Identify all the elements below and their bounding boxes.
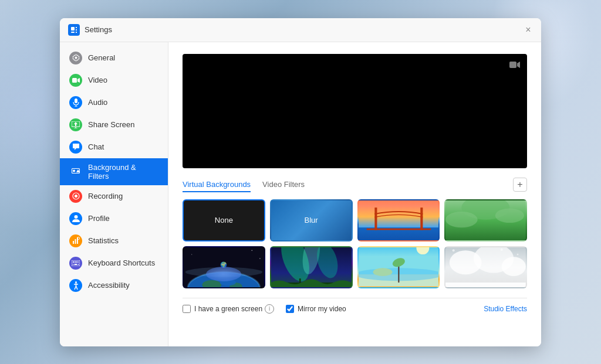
svg-point-20 [74, 215, 77, 219]
tabs-row: Virtual Backgrounds Video Filters + [183, 178, 527, 192]
backgrounds-grid: None Blur [183, 199, 527, 288]
bg-tile-none[interactable]: None [183, 199, 265, 241]
sidebar-item-background-filters[interactable]: Background & Filters [60, 158, 168, 185]
bg-tile-beach[interactable] [357, 246, 440, 288]
sidebar-label-bg-filters: Background & Filters [88, 163, 158, 181]
add-background-button[interactable]: + [513, 178, 527, 192]
sidebar-label-audio: Audio [88, 98, 107, 107]
svg-point-47 [445, 211, 478, 227]
svg-point-89 [453, 249, 455, 251]
sidebar-label-share: Share Screen [88, 120, 135, 129]
svg-rect-0 [71, 27, 75, 30]
svg-rect-38 [509, 62, 516, 68]
sidebar-item-video[interactable]: Video [60, 69, 168, 91]
svg-rect-28 [76, 261, 77, 263]
svg-point-58 [259, 258, 260, 258]
svg-rect-30 [73, 264, 73, 265]
bg-tile-snow[interactable] [444, 246, 527, 288]
sidebar-item-keyboard-shortcuts[interactable]: Keyboard Shortcuts [60, 252, 168, 274]
green-screen-checkbox[interactable] [183, 305, 191, 313]
svg-point-87 [502, 257, 526, 276]
svg-point-64 [185, 267, 262, 277]
sidebar-item-chat[interactable]: Chat [60, 136, 168, 158]
chat-icon [69, 141, 82, 154]
window-title: Settings [85, 25, 524, 34]
titlebar: Settings × [60, 18, 541, 42]
svg-rect-75 [299, 278, 301, 283]
svg-point-48 [495, 208, 524, 223]
sidebar-label-statistics: Statistics [88, 236, 119, 245]
sidebar-item-statistics[interactable]: Statistics [60, 230, 168, 252]
bottom-options: I have a green screen i Mirror my video … [183, 298, 527, 314]
sidebar-item-general[interactable]: General [60, 47, 168, 69]
sidebar-label-profile: Profile [88, 214, 110, 223]
svg-rect-8 [75, 98, 77, 103]
svg-rect-31 [75, 264, 77, 265]
svg-marker-14 [74, 122, 77, 126]
green-screen-option[interactable]: I have a green screen [183, 305, 262, 313]
sidebar-item-accessibility[interactable]: Accessibility [60, 274, 168, 297]
content-area: General Video [60, 42, 541, 346]
svg-text:🌍: 🌍 [220, 261, 227, 268]
profile-icon [69, 212, 82, 225]
settings-window: Settings × General [60, 18, 541, 346]
tab-video-filters[interactable]: Video Filters [262, 178, 305, 192]
svg-point-91 [501, 248, 503, 250]
bg-tile-green[interactable] [444, 199, 527, 241]
svg-point-92 [517, 253, 519, 255]
keyboard-icon [69, 257, 82, 270]
svg-rect-26 [73, 261, 74, 263]
svg-point-19 [75, 195, 77, 198]
accessibility-icon [69, 279, 82, 292]
main-content: Virtual Backgrounds Video Filters + None… [168, 42, 541, 346]
svg-rect-27 [75, 261, 76, 263]
bg-tile-blur-label: Blur [305, 216, 318, 224]
bg-tile-space[interactable]: 🌍 [183, 246, 265, 288]
sidebar-label-keyboard: Keyboard Shortcuts [88, 258, 155, 267]
svg-rect-6 [72, 78, 77, 83]
close-button[interactable]: × [524, 25, 533, 35]
svg-marker-7 [77, 78, 80, 83]
bg-tile-blur[interactable]: Blur [270, 199, 353, 241]
video-preview [183, 54, 527, 168]
bg-tile-golden-gate[interactable] [357, 199, 440, 241]
sidebar-item-profile[interactable]: Profile [60, 207, 168, 230]
statistics-icon [69, 234, 82, 247]
svg-rect-42 [374, 207, 377, 230]
svg-point-56 [252, 250, 252, 250]
svg-rect-1 [76, 27, 77, 28]
sidebar-label-recording: Recording [88, 192, 123, 200]
svg-rect-40 [359, 200, 439, 227]
sidebar-item-share-screen[interactable]: Share Screen [60, 114, 168, 136]
svg-point-63 [220, 279, 236, 285]
audio-icon [69, 96, 82, 109]
mirror-checkbox[interactable] [286, 305, 294, 313]
svg-rect-25 [72, 260, 80, 266]
svg-line-37 [76, 286, 77, 290]
svg-rect-4 [76, 32, 77, 33]
tab-virtual-backgrounds[interactable]: Virtual Backgrounds [183, 178, 251, 192]
sidebar-label-chat: Chat [88, 142, 104, 151]
green-screen-info-icon[interactable]: i [265, 304, 274, 314]
camera-icon[interactable] [508, 59, 521, 72]
mirror-option[interactable]: Mirror my video [286, 305, 346, 313]
svg-point-17 [73, 169, 75, 172]
recording-icon [69, 190, 82, 203]
svg-rect-88 [445, 282, 526, 287]
svg-rect-44 [366, 228, 430, 230]
mirror-label: Mirror my video [298, 305, 346, 313]
sidebar-label-video: Video [88, 76, 107, 84]
app-icon [68, 24, 80, 36]
sidebar-item-audio[interactable]: Audio [60, 91, 168, 114]
svg-point-5 [75, 57, 77, 59]
video-icon [69, 74, 82, 87]
svg-rect-32 [78, 264, 79, 265]
bg-tile-aurora[interactable] [270, 246, 353, 288]
gear-icon [69, 52, 82, 64]
sidebar-item-recording[interactable]: Recording [60, 185, 168, 207]
studio-effects-link[interactable]: Studio Effects [484, 305, 527, 313]
share-screen-icon [69, 118, 82, 131]
bg-tile-none-label: None [215, 216, 233, 224]
svg-marker-39 [517, 62, 520, 68]
background-filters-icon [69, 165, 82, 178]
